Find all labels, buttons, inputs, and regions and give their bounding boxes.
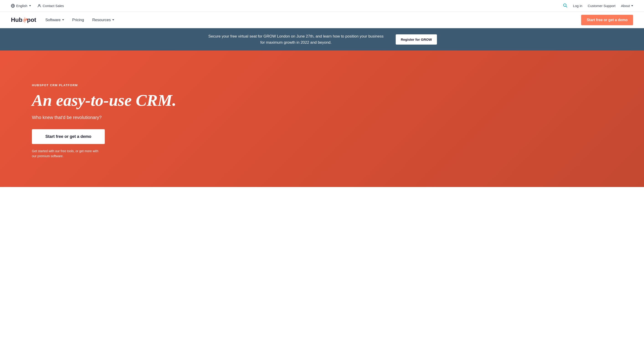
pricing-label: Pricing <box>72 18 84 22</box>
banner-text: Secure your free virtual seat for GROW L… <box>207 33 385 46</box>
customer-support-link[interactable]: Customer Support <box>588 4 615 8</box>
resources-nav-item[interactable]: Resources <box>92 18 114 22</box>
software-nav-item[interactable]: Software <box>45 18 64 22</box>
logo-dot-container <box>23 17 27 23</box>
nav-links: Software Pricing Resources <box>45 18 114 22</box>
language-selector[interactable]: English <box>11 4 31 8</box>
svg-line-10 <box>26 18 27 19</box>
svg-point-7 <box>24 20 25 20</box>
hero-eyebrow: HUBSPOT CRM PLATFORM <box>32 84 633 87</box>
language-chevron-icon <box>29 5 31 6</box>
contact-sales-label: Contact Sales <box>43 4 64 8</box>
contact-sales-link[interactable]: Contact Sales <box>37 4 64 8</box>
about-chevron-icon <box>631 5 633 6</box>
logo-text-hub: Hub <box>11 16 23 24</box>
hero-section: HUBSPOT CRM PLATFORM An easy-to-use CRM.… <box>0 50 644 187</box>
utility-bar: English Contact Sales Log in Customer Su… <box>0 0 644 12</box>
promo-banner: Secure your free virtual seat for GROW L… <box>0 28 644 50</box>
about-label: About <box>621 4 630 8</box>
hubspot-logo[interactable]: Hub pot <box>11 16 36 24</box>
hero-subtitle: Who knew that'd be revolutionary? <box>32 115 633 120</box>
login-link[interactable]: Log in <box>573 4 582 8</box>
logo-sprocket-icon <box>23 17 27 23</box>
software-chevron-icon <box>62 19 64 20</box>
search-icon <box>563 3 567 8</box>
about-menu[interactable]: About <box>621 4 633 8</box>
person-icon <box>37 4 41 8</box>
resources-label: Resources <box>92 18 111 22</box>
svg-point-3 <box>39 4 40 6</box>
main-nav: Hub pot Software <box>0 12 644 28</box>
search-button[interactable] <box>563 3 567 9</box>
utility-bar-right: Log in Customer Support About <box>563 3 633 9</box>
register-grow-button[interactable]: Register for GROW <box>396 34 437 44</box>
resources-chevron-icon <box>112 19 114 20</box>
nav-left: Hub pot Software <box>11 16 114 24</box>
utility-bar-left: English Contact Sales <box>11 4 64 8</box>
svg-line-11 <box>23 21 24 22</box>
hero-cta-button[interactable]: Start free or get a demo <box>32 129 105 144</box>
globe-icon <box>11 4 15 8</box>
start-free-button[interactable]: Start free or get a demo <box>581 15 633 25</box>
language-label: English <box>16 4 27 8</box>
logo-text-spot: pot <box>27 16 36 24</box>
svg-line-5 <box>566 6 567 7</box>
software-label: Software <box>45 18 61 22</box>
pricing-nav-item[interactable]: Pricing <box>72 18 84 22</box>
hero-title: An easy-to-use CRM. <box>32 92 191 110</box>
hero-footnote: Get started with our free tools, or get … <box>32 148 103 159</box>
